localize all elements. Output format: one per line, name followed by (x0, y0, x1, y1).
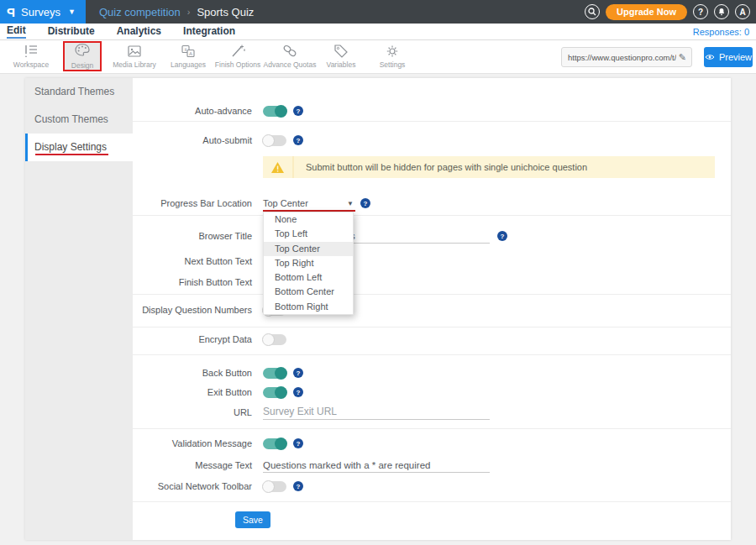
toolbar-item-settings[interactable]: Settings (363, 44, 422, 69)
magic-wand-icon (229, 44, 246, 59)
notifications-bell-icon[interactable] (714, 4, 729, 19)
encrypt-data-toggle[interactable] (263, 334, 286, 345)
progress-bar-help-icon[interactable]: ? (360, 198, 370, 208)
account-avatar[interactable]: A (735, 4, 750, 19)
dropdown-option-top-center[interactable]: Top Center (264, 242, 353, 256)
section-divider (133, 121, 731, 122)
preview-button[interactable]: Preview (704, 47, 753, 67)
breadcrumb-parent[interactable]: Quiz competition (99, 6, 181, 18)
social-network-toolbar-toggle[interactable] (263, 481, 286, 492)
surveys-menu-label: Surveys (21, 6, 60, 18)
dropdown-option-top-left[interactable]: Top Left (264, 227, 353, 241)
sidebar-item-display-settings[interactable]: Display Settings (25, 134, 133, 161)
help-icon[interactable]: ? (693, 4, 708, 19)
warning-message: Submit button will be hidden for pages w… (294, 162, 587, 172)
svg-text:A: A (189, 51, 192, 56)
dropdown-option-bottom-left[interactable]: Bottom Left (264, 270, 353, 285)
toolbar-item-label: Workspace (13, 60, 49, 69)
dropdown-option-top-right[interactable]: Top Right (264, 256, 353, 270)
progress-bar-location-row: Progress Bar Location Top Center ▼ ? (133, 195, 370, 212)
back-button-help-icon[interactable]: ? (293, 368, 303, 378)
toggle-knob (275, 367, 287, 380)
section-divider (133, 294, 731, 295)
browser-title-label: Browser Title (133, 231, 252, 241)
progress-bar-location-dropdown: None Top Left Top Center Top Right Botto… (263, 212, 354, 315)
toolbar-item-workspace[interactable]: Workspace (2, 44, 60, 69)
dropdown-option-none[interactable]: None (264, 212, 353, 227)
toolbar-item-label: Languages (171, 60, 206, 69)
toolbar-item-label: Settings (380, 60, 406, 69)
surveys-menu[interactable]: P Surveys ▼ (0, 0, 86, 24)
auto-advance-help-icon[interactable]: ? (293, 106, 303, 116)
palette-icon (74, 43, 91, 60)
top-navbar: P Surveys ▼ Quiz competition › Sports Qu… (0, 0, 756, 24)
exit-button-row: Exit Button ? (133, 384, 303, 401)
exit-url-placeholder: Survey Exit URL (263, 406, 337, 419)
gear-icon (384, 44, 401, 59)
back-button-row: Back Button ? (133, 364, 303, 381)
toggle-knob (262, 333, 275, 346)
tab-distribute[interactable]: Distribute (48, 25, 95, 38)
image-icon (126, 44, 143, 59)
encrypt-data-row: Encrypt Data (133, 331, 286, 348)
toolbar-item-variables[interactable]: Variables (312, 44, 370, 69)
selected-option: Top Center (263, 198, 308, 208)
toggle-knob (275, 105, 287, 118)
message-text-input[interactable]: Questions marked with a * are required (263, 458, 490, 473)
tag-icon (333, 44, 349, 59)
toolbar-item-advance-quotas[interactable]: Advance Quotas (260, 44, 319, 69)
back-button-label: Back Button (133, 368, 252, 378)
questionpro-logo-icon: P (7, 5, 15, 19)
exit-url-row: URL Survey Exit URL (133, 404, 490, 421)
chevron-down-icon: ▼ (347, 200, 354, 207)
dropdown-option-bottom-center[interactable]: Bottom Center (264, 285, 353, 299)
validation-message-toggle[interactable] (263, 438, 286, 449)
themes-sidebar: Standard Themes Custom Themes Display Se… (25, 78, 133, 540)
section-divider (133, 501, 731, 502)
dropdown-option-bottom-right[interactable]: Bottom Right (264, 300, 353, 314)
survey-url-input[interactable] (562, 53, 679, 62)
toolbar-item-design[interactable]: Design (63, 41, 102, 71)
workspace-icon (23, 44, 39, 59)
section-divider (133, 428, 731, 429)
svg-text:x̄: x̄ (185, 47, 187, 52)
exit-url-label: URL (133, 407, 252, 417)
warning-triangle-icon (263, 156, 294, 178)
tab-edit[interactable]: Edit (7, 24, 26, 39)
tab-integration[interactable]: Integration (183, 25, 235, 38)
design-toolbar: Workspace Design Media Library x̄A Langu… (0, 40, 756, 74)
sidebar-item-standard-themes[interactable]: Standard Themes (25, 78, 133, 106)
validation-message-label: Validation Message (133, 438, 252, 448)
exit-button-help-icon[interactable]: ? (293, 387, 303, 397)
message-text-row: Message Text Questions marked with a * a… (133, 457, 490, 474)
social-network-toolbar-help-icon[interactable]: ? (293, 481, 303, 491)
progress-bar-location-select[interactable]: Top Center ▼ (263, 198, 354, 208)
next-button-text-label: Next Button Text (133, 256, 252, 266)
auto-submit-help-icon[interactable]: ? (293, 135, 303, 145)
eye-icon (705, 54, 715, 60)
responses-count[interactable]: Responses: 0 (693, 27, 749, 37)
validation-message-row: Validation Message ? (133, 435, 303, 452)
display-question-numbers-label: Display Question Numbers (133, 305, 252, 315)
social-network-toolbar-label: Social Network Toolbar (133, 481, 252, 491)
exit-url-input[interactable]: Survey Exit URL (263, 405, 490, 420)
translate-icon: x̄A (180, 44, 197, 59)
toggle-knob (262, 134, 275, 147)
toolbar-item-finish-options[interactable]: Finish Options (208, 44, 267, 69)
section-tabs: Edit Distribute Analytics Integration Re… (0, 24, 756, 40)
search-icon[interactable] (585, 4, 600, 19)
back-button-toggle[interactable] (263, 368, 286, 379)
auto-advance-toggle[interactable] (263, 106, 286, 117)
save-button[interactable]: Save (235, 511, 270, 528)
validation-message-help-icon[interactable]: ? (293, 438, 303, 448)
breadcrumb-separator-icon: › (187, 7, 191, 17)
sidebar-item-custom-themes[interactable]: Custom Themes (25, 106, 133, 134)
toolbar-item-media-library[interactable]: Media Library (105, 44, 164, 69)
upgrade-now-button[interactable]: Upgrade Now (606, 4, 687, 20)
auto-submit-toggle[interactable] (263, 135, 286, 146)
tab-analytics[interactable]: Analytics (117, 25, 161, 38)
edit-pencil-icon[interactable]: ✎ (679, 52, 691, 63)
browser-title-help-icon[interactable]: ? (497, 231, 507, 241)
auto-advance-row: Auto-advance ? (133, 102, 303, 119)
exit-button-toggle[interactable] (263, 387, 286, 398)
